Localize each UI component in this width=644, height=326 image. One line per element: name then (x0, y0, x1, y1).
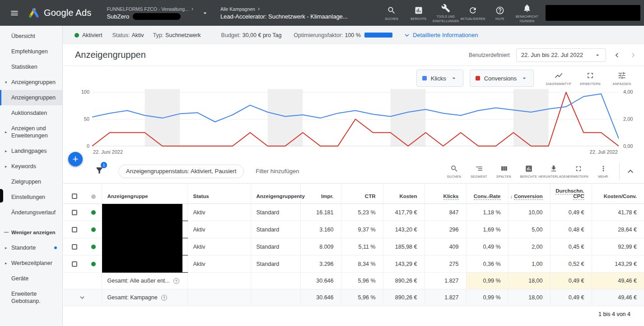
chevron-down-icon[interactable] (78, 293, 86, 302)
nav-aktualisieren[interactable]: AKTUALISIEREN (460, 5, 486, 21)
date-range-picker[interactable]: 22. Jun bis 22. Jul 2022 (516, 48, 606, 62)
summary-conv_rate: 0,99 % (466, 273, 508, 289)
optimization-pair: Optimierungsfaktor: 100 % (294, 32, 392, 38)
add-filter-button[interactable]: Filter hinzufügen (256, 168, 299, 175)
row-checkbox[interactable] (72, 261, 77, 267)
sidebar-item-uebersicht[interactable]: Übersicht (0, 28, 62, 44)
column-header-status[interactable]: Status (187, 184, 251, 204)
column-header-name[interactable]: Anzeigengruppe (102, 184, 187, 204)
table-row[interactable]: AktivStandard3.1609,37 %143,20 €2961,69 … (63, 221, 644, 238)
select-all-checkbox[interactable] (72, 194, 77, 199)
cell-cost_conv: 92,99 € (592, 238, 644, 255)
sidebar-item-zielgruppen[interactable]: Zielgruppen (0, 174, 62, 189)
columns-button[interactable]: SPALTEN (491, 165, 516, 178)
sidebar-item-aenderungsverlauf[interactable]: Änderungsverlauf (0, 205, 62, 220)
table-row[interactable]: AktivStandard8.0095,11 %185,98 €4090,49 … (63, 238, 644, 255)
column-header-cost[interactable]: Kosten (383, 184, 425, 204)
summary-row: Gesamt: Alle außer ent...?30.6465,96 %89… (63, 273, 644, 289)
adjust-chart-button[interactable]: ANPASSEN (608, 71, 636, 85)
campaign-breadcrumb[interactable]: Alle Kampagnen Lead-Accelerator: Suchnet… (220, 6, 348, 20)
sidebar-item-standorte[interactable]: ▸Standorte (0, 240, 62, 255)
table-search-button[interactable]: SUCHEN (442, 165, 467, 178)
sidebar-item-erweiterte-gebotsanp[interactable]: Erweiterte Gebotsanp. (0, 286, 62, 309)
sidebar-item-anzeigengruppen[interactable]: ▾Anzeigengruppen (0, 75, 62, 90)
sort-desc-icon: ↓ (510, 194, 513, 199)
table-row[interactable]: AktivStandard3.2968,34 %143,29 €2750,36 … (63, 255, 644, 273)
nav-benachrichtigungen[interactable]: BENACHRICHT IGUNGEN (514, 3, 540, 23)
reports-button[interactable]: BERICHTE (516, 165, 541, 178)
header-status-cell (86, 184, 102, 204)
chart-type-icon (554, 71, 563, 80)
account-dropdown-icon[interactable] (201, 9, 209, 17)
toolbar-divider (619, 163, 620, 180)
cell-cost: 185,98 € (383, 238, 425, 255)
table-row[interactable]: AktivStandard16.1815,23 %417,79 €8471,18… (63, 204, 644, 221)
column-header-type[interactable]: Anzeigengruppenty (251, 184, 300, 204)
row-checkbox[interactable] (72, 210, 77, 215)
more-button[interactable]: MEHR (591, 165, 616, 178)
sidebar-item-statistiken[interactable]: Statistiken (0, 59, 62, 75)
status-pair: Status: Aktiv (112, 32, 144, 38)
expand-chart-button[interactable]: ERWEITERN (576, 71, 604, 85)
details-link[interactable]: Detaillierte Informationen (403, 31, 478, 39)
help-icon[interactable]: ? (161, 295, 167, 301)
nav-tools[interactable]: TOOLS UND EINSTELLUNGEN (433, 3, 459, 23)
sidebar-item-keywords[interactable]: ▸Keywords (0, 159, 62, 174)
sidebar-item-weniger-anzeigen[interactable]: —Weniger anzeigen (0, 225, 62, 240)
status-value: Aktiv (131, 32, 144, 38)
next-period-icon[interactable] (629, 51, 638, 60)
column-header-ctr[interactable]: CTR (341, 184, 383, 204)
download-button[interactable]: HERUNTERLADEN (541, 165, 566, 178)
column-header-conversions[interactable]: ↓ Conversion (508, 184, 550, 204)
edge-handle[interactable] (0, 189, 3, 203)
metric-selector-conversions[interactable]: Conversions (470, 70, 534, 87)
account-selector[interactable]: FUNNELFORMS FZCO - Verwaltung... SubZero (107, 6, 195, 20)
summary-conversions: 18,00 (508, 273, 550, 289)
cell-cost_conv: 41,78 € (592, 204, 644, 221)
column-header-impr[interactable]: Impr. (300, 184, 341, 204)
chart-type-button[interactable]: DIAGRAMMTYP (545, 71, 573, 85)
menu-icon[interactable] (10, 9, 19, 18)
nav-label: SUCHEN (385, 17, 398, 21)
sidebar-item-anzeigen-und-erweiterungen[interactable]: ▸Anzeigen und Erweiterungen (0, 121, 62, 143)
segment-button[interactable]: SEG­MENT (467, 165, 491, 178)
breadcrumb-all-campaigns[interactable]: Alle Kampagnen (220, 6, 255, 12)
nav-berichte[interactable]: BERICHTE (406, 5, 432, 21)
metric-selector-klicks[interactable]: Klicks (416, 70, 463, 87)
sidebar-item-anzeigengruppen-liste[interactable]: Anzeigengruppen (0, 90, 62, 105)
summary-label: Gesamt: Alle außer ent...? (102, 273, 187, 289)
sidebar-item-geraete[interactable]: Geräte (0, 271, 62, 286)
enabled-dot-icon (75, 33, 79, 38)
cell-conversions: 1,00 (508, 255, 550, 273)
status-filter-chip[interactable]: Anzeigengruppenstatus: Aktiviert, Pausie… (118, 165, 244, 178)
metric-label: Klicks (431, 75, 446, 82)
cell-impr: 3.296 (300, 255, 341, 273)
summary-cpc: 0,49 € (550, 289, 592, 306)
previous-period-icon[interactable] (612, 51, 621, 60)
filter-button[interactable]: 1 (95, 166, 105, 177)
sidebar-item-auktionsdaten[interactable]: Auktionsdaten (0, 105, 62, 121)
collapse-chart-icon[interactable] (625, 166, 636, 177)
column-header-conv_rate[interactable]: Conv.-Rate (466, 184, 508, 204)
sidebar-item-einstellungen[interactable]: Einstellungen (0, 189, 62, 205)
sidebar-nav: ÜbersichtEmpfehlungenStatistiken▾Anzeige… (0, 26, 63, 326)
expand-table-button[interactable]: ERWEITERN (566, 165, 591, 178)
column-header-clicks[interactable]: Klicks (425, 184, 466, 204)
help-icon[interactable]: ? (173, 278, 179, 284)
row-checkbox[interactable] (72, 227, 77, 232)
nav-label: BERICHTE (411, 17, 426, 21)
reports-icon (525, 165, 533, 173)
column-header-cost_conv[interactable]: Kosten/Conv. (592, 184, 644, 204)
sidebar-item-werbezeitplaner[interactable]: ▸Werbezeitplaner (0, 255, 62, 271)
sidebar-item-landingpages[interactable]: ▸Landingpages (0, 143, 62, 159)
tool-label: ANPASSEN (613, 82, 631, 85)
search-icon (387, 6, 396, 15)
sidebar-item-label: Statistiken (11, 63, 60, 71)
nav-suchen[interactable]: SUCHEN (378, 5, 405, 21)
nav-hilfe[interactable]: HILFE (487, 5, 513, 21)
column-header-cpc[interactable]: Durchschn. CPC (550, 184, 592, 204)
sidebar-item-empfehlungen[interactable]: Empfehlungen (0, 44, 62, 59)
row-checkbox-cell (63, 221, 86, 238)
add-adgroup-button[interactable]: + (68, 152, 83, 166)
row-checkbox[interactable] (72, 244, 77, 250)
